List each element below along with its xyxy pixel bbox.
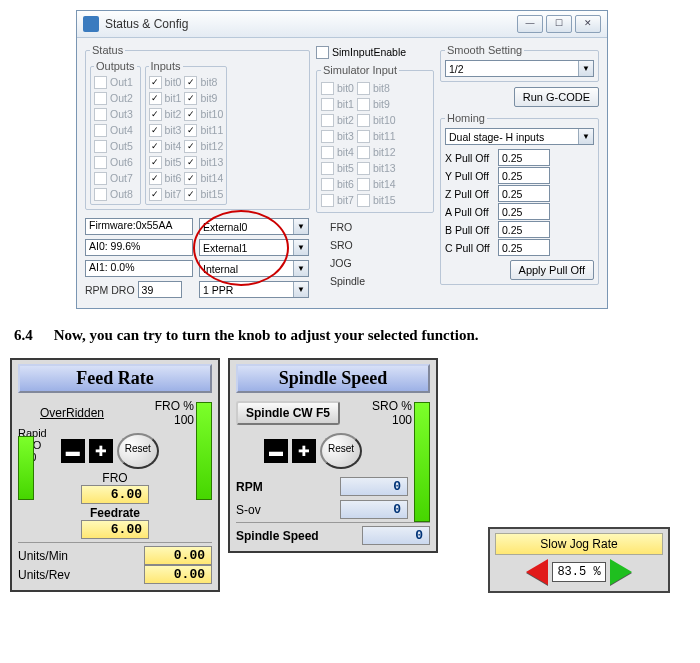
- minimize-button[interactable]: —: [517, 15, 543, 33]
- pulloff-input-3[interactable]: [498, 203, 550, 220]
- checkbox-Out3: Out3: [94, 107, 137, 121]
- spindle-speed-panel: Spindle Speed Spindle CW F5 SRO % 100 ▬ …: [228, 358, 438, 553]
- sro-label: SRO: [330, 239, 434, 251]
- rpm-dro-input[interactable]: [138, 281, 182, 298]
- checkbox-label: bit9: [373, 97, 390, 111]
- checkbox-bit10: ✓bit10: [184, 107, 223, 121]
- jog-label: JOG: [330, 257, 434, 269]
- checkbox-icon: ✓: [184, 92, 197, 105]
- checkbox-icon: [94, 140, 107, 153]
- step-text: Now, you can try to turn the knob to adj…: [54, 327, 479, 343]
- checkbox-Out4: Out4: [94, 123, 137, 137]
- checkbox-label: bit11: [373, 129, 396, 143]
- checkbox-icon: ✓: [149, 124, 162, 137]
- chevron-down-icon: ▼: [293, 219, 308, 234]
- simulator-input-group: Simulator Input bit0bit1bit2bit3bit4bit5…: [316, 64, 434, 213]
- sro-source-select[interactable]: External1▼: [199, 239, 309, 256]
- pulloff-input-4[interactable]: [498, 221, 550, 238]
- feed-rate-title: Feed Rate: [18, 364, 212, 393]
- sro-pct-value: 100: [392, 413, 412, 427]
- checkbox-Out7: Out7: [94, 171, 137, 185]
- checkbox-icon: [94, 124, 107, 137]
- checkbox-label: bit15: [200, 187, 223, 201]
- checkbox-icon: [321, 146, 334, 159]
- checkbox-label: Out4: [110, 123, 133, 137]
- checkbox-bit6: bit6: [321, 177, 354, 191]
- step-number: 6.4: [14, 327, 50, 344]
- pulloff-input-2[interactable]: [498, 185, 550, 202]
- pulloff-input-1[interactable]: [498, 167, 550, 184]
- checkbox-label: bit7: [337, 193, 354, 207]
- spindle-cw-button[interactable]: Spindle CW F5: [236, 401, 340, 425]
- checkbox-label: Out5: [110, 139, 133, 153]
- smooth-select[interactable]: 1/2▼: [445, 60, 594, 77]
- spindle-speed-value: 0: [362, 526, 430, 545]
- fro-reset-button[interactable]: Reset: [117, 433, 159, 469]
- maximize-button[interactable]: ☐: [546, 15, 572, 33]
- slow-jog-rate-panel: Slow Jog Rate 83.5 %: [488, 527, 670, 593]
- checkbox-bit0: bit0: [321, 81, 354, 95]
- checkbox-icon: [357, 114, 370, 127]
- homing-mode-select[interactable]: Dual stage- H inputs▼: [445, 128, 594, 145]
- chevron-down-icon: ▼: [293, 240, 308, 255]
- sim-input-enable-checkbox[interactable]: SimInputEnable: [316, 45, 434, 59]
- sro-bar: [414, 402, 430, 522]
- fro-minus-button[interactable]: ▬: [61, 439, 85, 463]
- sro-minus-button[interactable]: ▬: [264, 439, 288, 463]
- spindle-ppr-select[interactable]: 1 PPR▼: [199, 281, 309, 298]
- pulloff-label-5: C Pull Off: [445, 242, 495, 254]
- checkbox-icon: ✓: [149, 188, 162, 201]
- checkbox-icon: [357, 162, 370, 175]
- checkbox-icon: [94, 92, 107, 105]
- chevron-down-icon: ▼: [293, 261, 308, 276]
- fro-label: FRO: [18, 471, 212, 485]
- sro-reset-button[interactable]: Reset: [320, 433, 362, 469]
- jog-value: 83.5: [557, 565, 586, 579]
- jog-increase-button[interactable]: [610, 559, 632, 585]
- rpm-label: RPM: [236, 480, 306, 494]
- spindle-label: Spindle: [330, 275, 434, 287]
- status-legend: Status: [90, 44, 125, 56]
- pulloff-input-0[interactable]: [498, 149, 550, 166]
- checkbox-label: Out8: [110, 187, 133, 201]
- checkbox-icon: [94, 172, 107, 185]
- checkbox-bit6: ✓bit6: [149, 171, 182, 185]
- checkbox-bit14: ✓bit14: [184, 171, 223, 185]
- sro-plus-button[interactable]: ✚: [292, 439, 316, 463]
- close-button[interactable]: ✕: [575, 15, 601, 33]
- checkbox-bit9: bit9: [357, 97, 396, 111]
- checkbox-icon: ✓: [149, 76, 162, 89]
- app-icon: [83, 16, 99, 32]
- checkbox-label: bit13: [200, 155, 223, 169]
- apply-pulloff-button[interactable]: Apply Pull Off: [510, 260, 594, 280]
- checkbox-bit13: bit13: [357, 161, 396, 175]
- sov-value: 0: [340, 500, 408, 519]
- checkbox-label: bit8: [373, 81, 390, 95]
- checkbox-icon: ✓: [184, 140, 197, 153]
- checkbox-bit0: ✓bit0: [149, 75, 182, 89]
- pulloff-label-4: B Pull Off: [445, 224, 495, 236]
- outputs-legend: Outputs: [94, 60, 137, 72]
- jog-source-select[interactable]: Internal▼: [199, 260, 309, 277]
- jog-decrease-button[interactable]: [526, 559, 548, 585]
- checkbox-label: bit14: [373, 177, 396, 191]
- fro-source-select[interactable]: External0▼: [199, 218, 309, 235]
- checkbox-label: bit0: [165, 75, 182, 89]
- inputs-legend: Inputs: [149, 60, 183, 72]
- units-rev-value: 0.00: [144, 565, 212, 584]
- checkbox-icon: [357, 194, 370, 207]
- pulloff-label-1: Y Pull Off: [445, 170, 495, 182]
- checkbox-label: Out1: [110, 75, 133, 89]
- outputs-group: Outputs Out1Out2Out3Out4Out5Out6Out7Out8: [90, 60, 141, 205]
- pulloff-input-5[interactable]: [498, 239, 550, 256]
- run-gcode-button[interactable]: Run G-CODE: [514, 87, 599, 107]
- checkbox-icon: [321, 178, 334, 191]
- checkbox-bit3: ✓bit3: [149, 123, 182, 137]
- pulloff-label-0: X Pull Off: [445, 152, 495, 164]
- fro-plus-button[interactable]: ✚: [89, 439, 113, 463]
- checkbox-icon: ✓: [184, 172, 197, 185]
- window-title: Status & Config: [105, 17, 517, 31]
- checkbox-label: Out3: [110, 107, 133, 121]
- checkbox-label: bit5: [165, 155, 182, 169]
- spindle-speed-label: Spindle Speed: [236, 529, 336, 543]
